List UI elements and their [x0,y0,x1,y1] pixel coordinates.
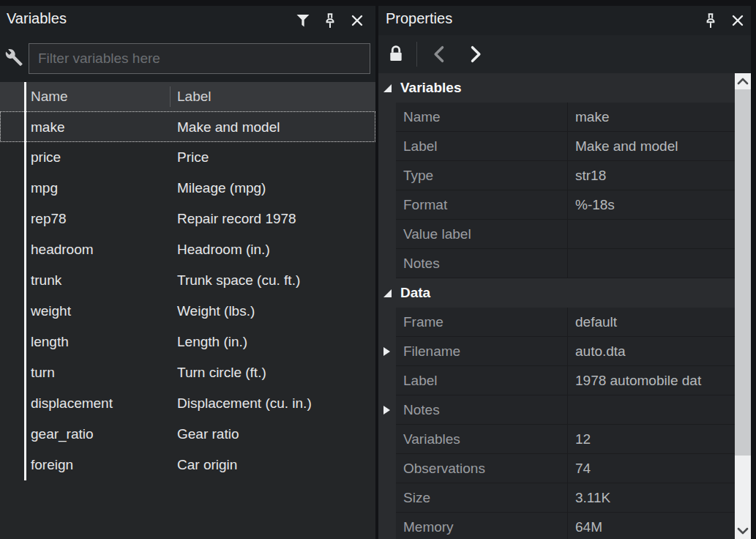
property-value[interactable]: %-18s [575,190,733,219]
properties-panel-title: Properties [386,10,452,27]
cell-name: price [31,142,61,173]
property-row-variables-count[interactable]: Variables 12 [396,425,735,454]
property-label: Format [403,190,447,219]
section-header-data[interactable]: Data [378,278,735,308]
property-value[interactable]: 64M [575,513,733,539]
cell-label: Length (in.) [177,327,247,357]
variables-filter-row [0,38,375,79]
collapse-triangle-icon [383,289,392,297]
pin-icon [323,12,337,29]
variable-row-displacement[interactable]: displacement Displacement (cu. in.) [0,388,375,419]
filter-variables-input[interactable] [29,43,370,74]
property-value[interactable]: 12 [575,425,733,453]
variable-row-foreign[interactable]: foreign Car origin [0,450,375,480]
cell-label: Gear ratio [177,419,239,450]
variable-row-weight[interactable]: weight Weight (lbs.) [0,296,375,327]
pin-button[interactable] [703,12,719,29]
column-divider [567,220,568,248]
property-value[interactable]: auto.dta [575,337,733,365]
close-button[interactable] [349,12,365,29]
property-row-type[interactable]: Type str18 [396,161,735,190]
variables-titlebar[interactable]: Variables [0,6,375,35]
variable-row-make[interactable]: make Make and model [0,111,375,142]
column-divider [567,308,568,336]
variable-row-price[interactable]: price Price [0,142,375,173]
forward-button[interactable] [465,44,485,64]
property-row-value-label[interactable]: Value label [396,220,735,249]
variable-row-gear-ratio[interactable]: gear_ratio Gear ratio [0,419,375,450]
property-row-label[interactable]: Label Make and model [396,132,735,161]
scroll-down-button[interactable] [735,523,751,539]
property-label: Observations [403,454,485,483]
column-header-name[interactable]: Name [31,82,68,111]
variables-panel: Variables [0,6,375,539]
toolbar-divider [416,42,417,67]
variable-row-trunk[interactable]: trunk Trunk space (cu. ft.) [0,265,375,296]
property-row-memory[interactable]: Memory 64M [396,513,735,539]
pin-button[interactable] [322,12,338,29]
variable-row-headroom[interactable]: headroom Headroom (in.) [0,234,375,265]
cell-name: turn [31,357,55,388]
cell-label: Make and model [177,112,280,143]
back-chevron-icon [430,44,450,64]
vertical-scrollbar[interactable] [735,73,751,539]
properties-titlebar[interactable]: Properties [378,6,756,35]
column-header-label[interactable]: Label [177,82,212,111]
property-value[interactable]: str18 [575,161,733,190]
cell-label: Turn circle (ft.) [177,357,266,388]
properties-toolbar [378,35,756,73]
row-gutter-divider [24,82,26,480]
collapse-triangle-icon [383,84,392,92]
cell-label: Displacement (cu. in.) [177,388,312,419]
property-label: Notes [403,249,440,278]
cell-name: headroom [31,234,94,265]
property-value[interactable]: make [575,103,733,131]
property-row-filename[interactable]: Filename auto.dta [396,337,735,366]
expand-arrow-icon[interactable] [383,406,390,415]
section-title: Variables [400,73,461,103]
expand-arrow-icon[interactable] [383,347,390,356]
panel-right-border [751,6,756,539]
property-label: Filename [403,337,460,365]
lock-button[interactable] [387,44,406,64]
property-row-data-label[interactable]: Label 1978 automobile dat [396,366,735,395]
properties-titlebar-icons [703,12,746,29]
properties-panel: Properties [378,6,756,539]
filter-button[interactable] [295,12,311,29]
variable-row-length[interactable]: length Length (in.) [0,327,375,357]
back-button[interactable] [430,44,450,64]
section-header-variables[interactable]: Variables [378,73,735,103]
column-divider [567,132,568,160]
property-row-name[interactable]: Name make [396,103,735,132]
property-row-data-notes[interactable]: Notes [396,395,735,425]
variable-row-rep78[interactable]: rep78 Repair record 1978 [0,204,375,234]
variables-table: Name Label make Make and model price Pri… [0,82,375,539]
cell-name: foreign [31,450,73,480]
scroll-up-button[interactable] [735,73,751,89]
filter-options-button[interactable] [4,47,24,67]
close-button[interactable] [730,12,746,29]
property-value[interactable]: 74 [575,454,733,483]
column-divider [567,103,568,131]
property-value[interactable]: Make and model [575,132,733,160]
property-row-format[interactable]: Format %-18s [396,190,735,220]
property-value[interactable]: 1978 automobile dat [575,366,733,395]
variable-row-mpg[interactable]: mpg Mileage (mpg) [0,173,375,204]
filter-icon [296,15,310,27]
property-label: Name [403,103,441,131]
property-row-size[interactable]: Size 3.11K [396,483,735,513]
scrollbar-thumb[interactable] [735,89,751,456]
close-icon [350,13,364,28]
property-row-frame[interactable]: Frame default [396,308,735,337]
property-row-notes[interactable]: Notes [396,249,735,278]
column-divider [567,513,568,539]
cell-label: Weight (lbs.) [177,296,255,327]
property-row-observations[interactable]: Observations 74 [396,454,735,483]
column-divider[interactable] [170,86,171,107]
property-value[interactable]: 3.11K [575,483,733,512]
property-value[interactable]: default [575,308,733,336]
variable-row-turn[interactable]: turn Turn circle (ft.) [0,357,375,388]
cell-name: make [31,112,64,143]
properties-grid: Variables Name make Label Make and model… [378,73,735,539]
section-title: Data [400,278,430,308]
